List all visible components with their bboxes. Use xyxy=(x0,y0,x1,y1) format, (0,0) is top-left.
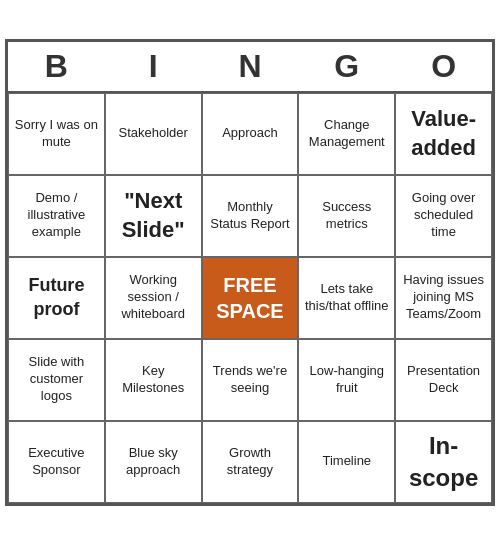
header-letter-n: N xyxy=(202,42,299,93)
header-letter-i: I xyxy=(105,42,202,93)
bingo-cell-24: In-scope xyxy=(395,421,492,503)
bingo-cell-8: Success metrics xyxy=(298,175,395,257)
bingo-cell-7: Monthly Status Report xyxy=(202,175,299,257)
bingo-cell-2: Approach xyxy=(202,93,299,175)
bingo-cell-4: Value-added xyxy=(395,93,492,175)
bingo-cell-13: Lets take this/that offline xyxy=(298,257,395,339)
bingo-grid: Sorry I was on muteStakeholderApproachCh… xyxy=(8,93,492,503)
bingo-cell-17: Trends we're seeing xyxy=(202,339,299,421)
bingo-cell-18: Low-hanging fruit xyxy=(298,339,395,421)
bingo-cell-3: Change Management xyxy=(298,93,395,175)
bingo-cell-23: Timeline xyxy=(298,421,395,503)
bingo-cell-14: Having issues joining MS Teams/Zoom xyxy=(395,257,492,339)
bingo-cell-1: Stakeholder xyxy=(105,93,202,175)
bingo-cell-16: Key Milestones xyxy=(105,339,202,421)
header-letter-o: O xyxy=(395,42,492,93)
bingo-cell-11: Working session / whiteboard xyxy=(105,257,202,339)
bingo-cell-21: Blue sky approach xyxy=(105,421,202,503)
header-letter-b: B xyxy=(8,42,105,93)
bingo-cell-9: Going over scheduled time xyxy=(395,175,492,257)
bingo-card: BINGO Sorry I was on muteStakeholderAppr… xyxy=(5,39,495,506)
bingo-cell-15: Slide with customer logos xyxy=(8,339,105,421)
bingo-cell-10: Future proof xyxy=(8,257,105,339)
bingo-cell-20: Executive Sponsor xyxy=(8,421,105,503)
bingo-cell-0: Sorry I was on mute xyxy=(8,93,105,175)
bingo-header: BINGO xyxy=(8,42,492,93)
bingo-cell-6: "Next Slide" xyxy=(105,175,202,257)
bingo-cell-5: Demo / illustrative example xyxy=(8,175,105,257)
bingo-cell-12: FREE SPACE xyxy=(202,257,299,339)
bingo-cell-19: Presentation Deck xyxy=(395,339,492,421)
header-letter-g: G xyxy=(298,42,395,93)
bingo-cell-22: Growth strategy xyxy=(202,421,299,503)
